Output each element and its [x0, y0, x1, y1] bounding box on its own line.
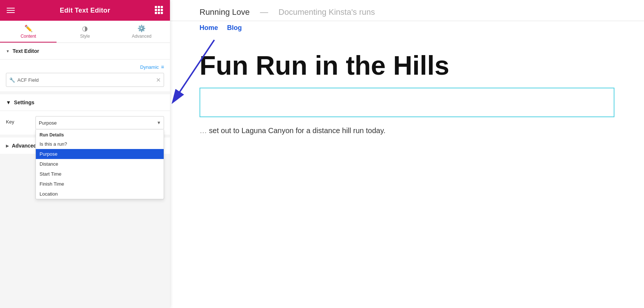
- content-area: Fun Run in the Hills … set out to Laguna…: [170, 36, 644, 308]
- tab-content[interactable]: ✏️ Content: [0, 21, 57, 43]
- gear-icon: ⚙️: [137, 25, 146, 32]
- dynamic-icon: ≡: [161, 64, 164, 70]
- key-row: Key Is this a run? Purpose Distance Star…: [0, 111, 170, 135]
- dropdown-item-distance[interactable]: Distance: [36, 159, 164, 169]
- settings-section: ▼ Settings Key Is this a run? Purpose Di…: [0, 94, 170, 135]
- panel-body: ▼ Text Editor Dynamic ≡ 🔧 ✕ ▼ Settings K…: [0, 43, 170, 308]
- site-subtitle: Documenting Kinsta's runs: [279, 7, 375, 17]
- pencil-icon: ✏️: [24, 25, 33, 32]
- dynamic-link[interactable]: Dynamic: [140, 64, 159, 70]
- panel-header: Edit Text Editor: [0, 0, 170, 21]
- site-header: Running Love — Documenting Kinsta's runs: [170, 0, 644, 21]
- text-editor-label: Text Editor: [13, 48, 39, 54]
- panel-tabs: ✏️ Content ◑ Style ⚙️ Advanced: [0, 21, 170, 43]
- dropdown-item-finish-time[interactable]: Finish Time: [36, 179, 164, 189]
- tab-advanced-label: Advanced: [132, 34, 151, 39]
- panel-title: Edit Text Editor: [60, 7, 110, 14]
- settings-label: Settings: [14, 99, 34, 105]
- site-nav: Home Blog: [170, 21, 644, 36]
- acf-input-wrapper: 🔧 ✕: [6, 73, 164, 87]
- post-excerpt: … set out to Laguna Canyon for a distanc…: [200, 125, 614, 136]
- left-panel: Edit Text Editor ✏️ Content ◑ Style ⚙️ A…: [0, 0, 170, 308]
- post-title: Fun Run in the Hills: [200, 51, 614, 80]
- dropdown-item-purpose[interactable]: Purpose: [36, 149, 164, 159]
- nav-home[interactable]: Home: [200, 24, 218, 31]
- post-excerpt-text: set out to Laguna Canyon for a distance …: [209, 126, 386, 135]
- right-area: Running Love — Documenting Kinsta's runs…: [170, 0, 644, 308]
- settings-collapse-arrow-icon: ▼: [6, 99, 11, 105]
- dropdown-item-is-this-a-run[interactable]: Is this a run?: [36, 139, 164, 149]
- acf-field-input[interactable]: [17, 77, 156, 83]
- key-label: Key: [6, 116, 35, 125]
- dropdown-group-label: Run Details: [36, 129, 164, 139]
- advanced-expand-arrow-icon: ▶: [6, 144, 9, 148]
- text-editor-section-header[interactable]: ▼ Text Editor: [0, 43, 170, 60]
- site-title-separator: —: [260, 7, 268, 17]
- hamburger-icon[interactable]: [7, 6, 16, 15]
- tab-advanced[interactable]: ⚙️ Advanced: [113, 21, 170, 43]
- dynamic-row: Dynamic ≡: [0, 60, 170, 73]
- acf-field-row: 🔧 ✕: [0, 73, 170, 91]
- clear-icon[interactable]: ✕: [156, 77, 161, 84]
- tab-content-label: Content: [21, 34, 36, 39]
- advanced-label: Advanced: [12, 143, 37, 149]
- key-select[interactable]: Is this a run? Purpose Distance Start Ti…: [35, 116, 164, 129]
- wrench-icon: 🔧: [9, 77, 15, 83]
- site-title: Running Love: [200, 7, 250, 17]
- text-field-box[interactable]: [200, 88, 614, 117]
- nav-blog[interactable]: Blog: [227, 24, 242, 31]
- collapse-arrow-icon: ▼: [6, 49, 10, 53]
- settings-section-header[interactable]: ▼ Settings: [0, 94, 170, 111]
- dropdown-menu: Run Details Is this a run? Purpose Dista…: [35, 129, 164, 199]
- grid-icon[interactable]: [154, 6, 163, 15]
- key-select-wrapper: Is this a run? Purpose Distance Start Ti…: [35, 116, 164, 129]
- dropdown-item-start-time[interactable]: Start Time: [36, 169, 164, 179]
- style-icon: ◑: [82, 25, 88, 32]
- tab-style-label: Style: [80, 34, 90, 39]
- dropdown-item-location[interactable]: Location: [36, 189, 164, 199]
- tab-style[interactable]: ◑ Style: [57, 21, 113, 43]
